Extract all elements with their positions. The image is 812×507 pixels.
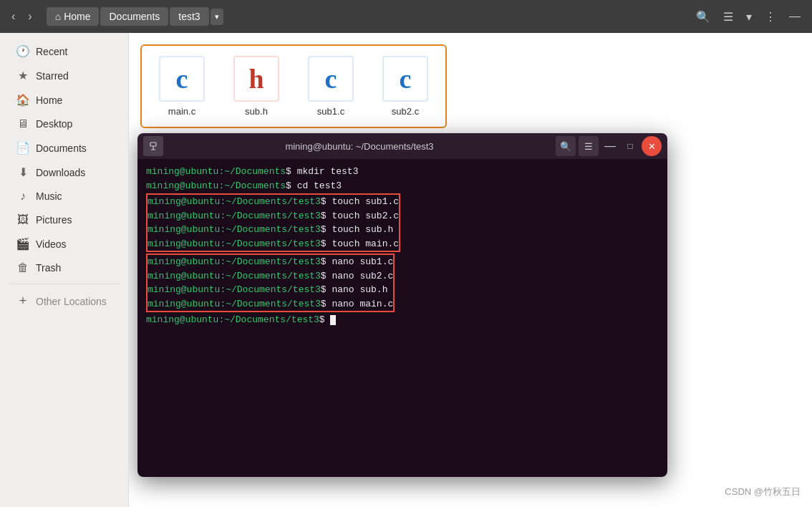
file-icon-c: c [159,56,205,102]
terminal-line-7: mining@ubuntu:~/Documents/test3$ nano su… [148,255,393,269]
home-icon: ⌂ [55,11,61,22]
sidebar-item-documents[interactable]: 📄 Documents [4,136,124,160]
breadcrumb-documents[interactable]: Documents [100,7,168,26]
sidebar-item-pictures[interactable]: 🖼 Pictures [4,208,124,231]
file-item-sub2-c[interactable]: c sub2.c [369,50,441,122]
terminal-actions: 🔍 ☰ — □ ✕ [556,136,662,156]
terminal-line-5: mining@ubuntu:~/Documents/test3$ touch s… [148,223,399,237]
sidebar-item-trash[interactable]: 🗑 Trash [4,256,124,279]
file-item-main-c[interactable]: c main.c [146,50,218,122]
topbar: ‹ › ⌂ Home Documents test3 ▾ 🔍 ☰ ▾ ⋮ — [0,0,812,33]
terminal-pin-button[interactable] [143,136,163,156]
terminal-line-6: mining@ubuntu:~/Documents/test3$ touch m… [148,237,399,251]
sidebar-item-music[interactable]: ♪ Music [4,185,124,208]
terminal-line-11: mining@ubuntu:~/Documents/test3$ [146,313,659,327]
content-area: c main.c h sub.h c sub1.c c [129,33,812,507]
sidebar-item-videos[interactable]: 🎬 Videos [4,232,124,256]
videos-icon: 🎬 [16,237,30,251]
terminal-body[interactable]: mining@ubuntu:~/Documents$ mkdir test3 m… [137,159,667,477]
file-icon-h: h [233,56,279,102]
file-icon-c-3: c [382,56,428,102]
main-layout: 🕐 Recent ★ Starred 🏠 Home 🖥 Desktop 📄 Do… [0,33,812,507]
nav-buttons: ‹ › [6,7,38,26]
file-icon-c-2: c [308,56,354,102]
terminal-line-4: mining@ubuntu:~/Documents/test3$ touch s… [148,209,399,223]
home-nav-icon: 🏠 [16,93,30,107]
selected-files-group: c main.c h sub.h c sub1.c c [140,44,447,128]
sidebar-item-other-locations[interactable]: + Other Locations [4,289,124,314]
terminal-maximize-button[interactable]: □ [622,137,639,155]
recent-icon: 🕐 [16,44,30,58]
terminal-line-3: mining@ubuntu:~/Documents/test3$ touch s… [148,195,399,209]
terminal-line-9: mining@ubuntu:~/Documents/test3$ nano su… [148,283,393,297]
cursor-block [330,315,336,325]
terminal-close-button[interactable]: ✕ [642,136,662,156]
touch-commands-block: mining@ubuntu:~/Documents/test3$ touch s… [146,193,400,252]
sidebar-item-home[interactable]: 🏠 Home [4,88,124,112]
file-name-main-c: main.c [168,106,195,117]
search-button[interactable]: 🔍 [690,7,716,26]
terminal-title: mining@ubuntu: ~/Documents/test3 [163,141,556,152]
watermark: CSDN @竹秋五日 [725,486,801,498]
back-button[interactable]: ‹ [6,7,21,26]
file-item-sub-h[interactable]: h sub.h [221,50,292,122]
sidebar: 🕐 Recent ★ Starred 🏠 Home 🖥 Desktop 📄 Do… [0,33,129,507]
add-location-icon: + [16,294,30,309]
breadcrumb-dropdown-button[interactable]: ▾ [211,9,223,25]
desktop-icon: 🖥 [16,117,30,130]
file-name-sub-h: sub.h [245,106,268,117]
terminal-line-10: mining@ubuntu:~/Documents/test3$ nano ma… [148,297,393,312]
terminal-menu-button[interactable]: ☰ [579,136,599,156]
pictures-icon: 🖼 [16,213,30,226]
file-name-sub1-c: sub1.c [317,106,344,117]
file-name-sub2-c: sub2.c [392,106,419,117]
terminal-search-button[interactable]: 🔍 [556,136,576,156]
file-item-sub1-c[interactable]: c sub1.c [295,50,367,122]
breadcrumb-home[interactable]: ⌂ Home [47,7,100,26]
breadcrumb: ⌂ Home Documents test3 ▾ [47,7,223,26]
svg-rect-0 [150,143,156,146]
downloads-icon: ⬇ [16,165,30,179]
breadcrumb-test3[interactable]: test3 [170,7,208,26]
sidebar-item-starred[interactable]: ★ Starred [4,64,124,87]
nano-commands-block: mining@ubuntu:~/Documents/test3$ nano su… [146,254,395,312]
documents-icon: 📄 [16,141,30,155]
trash-icon: 🗑 [16,261,30,274]
menu-button[interactable]: ⋮ [759,7,782,26]
minimize-button[interactable]: — [783,7,806,26]
forward-button[interactable]: › [22,7,37,26]
terminal-minimize-button[interactable]: — [601,137,619,155]
starred-icon: ★ [16,69,30,82]
terminal-titlebar: mining@ubuntu: ~/Documents/test3 🔍 ☰ — □… [137,133,667,159]
music-icon: ♪ [16,190,30,203]
view-button[interactable]: ☰ [717,7,739,26]
view-dropdown-button[interactable]: ▾ [740,7,758,26]
terminal-line-8: mining@ubuntu:~/Documents/test3$ nano su… [148,269,393,284]
sidebar-item-recent[interactable]: 🕐 Recent [4,39,124,63]
terminal-line-2: mining@ubuntu:~/Documents$ cd test3 [146,179,659,193]
sidebar-item-downloads[interactable]: ⬇ Downloads [4,160,124,184]
terminal-window: mining@ubuntu: ~/Documents/test3 🔍 ☰ — □… [137,133,667,477]
sidebar-item-desktop[interactable]: 🖥 Desktop [4,112,124,135]
topbar-actions: 🔍 ☰ ▾ ⋮ — [690,7,806,26]
terminal-line-1: mining@ubuntu:~/Documents$ mkdir test3 [146,165,659,179]
